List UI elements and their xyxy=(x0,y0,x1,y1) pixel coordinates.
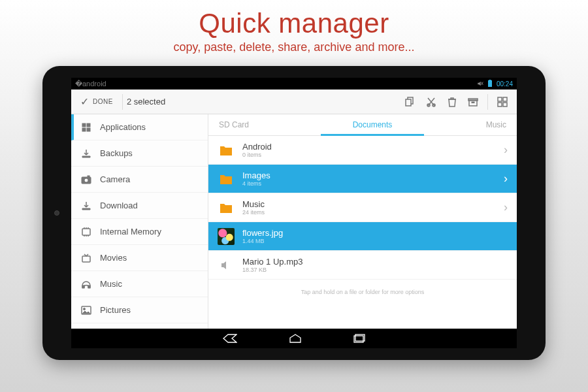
sidebar-item-download[interactable]: Download xyxy=(71,193,208,219)
chevron-right-icon: › xyxy=(504,201,508,214)
nav-back-button[interactable] xyxy=(223,334,237,343)
row-name: Android xyxy=(242,142,496,152)
hero-subtitle: copy, paste, delete, share, archive and … xyxy=(174,41,415,54)
row-sub: 18.37 KB xyxy=(242,267,508,273)
sidebar-item-pictures[interactable]: Pictures xyxy=(71,297,208,323)
row-name: Images xyxy=(242,171,496,180)
image-thumbnail xyxy=(218,228,235,245)
android-status-bar: �android 00:24 xyxy=(71,78,517,90)
download-icon xyxy=(80,148,92,159)
check-icon: ✓ xyxy=(80,95,89,108)
tab-documents[interactable]: Documents xyxy=(280,114,465,135)
copy-button[interactable] xyxy=(400,91,421,112)
mute-icon xyxy=(477,80,483,87)
row-sub: 4 items xyxy=(242,180,496,187)
chevron-right-icon: › xyxy=(504,172,508,186)
folder-icon xyxy=(218,171,235,188)
selection-count: 2 selected xyxy=(127,97,165,106)
svg-rect-26 xyxy=(488,80,492,87)
debug-icon: �android xyxy=(75,80,106,88)
sidebar-item-internal-memory[interactable]: Internal Memory xyxy=(71,219,208,245)
tablet-frame: �android 00:24 ✓ DONE 2 selected xyxy=(42,66,546,360)
folder-icon xyxy=(218,199,235,216)
grid-icon xyxy=(80,122,92,133)
done-label: DONE xyxy=(93,98,113,105)
tab-sdcard[interactable]: SD Card xyxy=(208,114,280,135)
sidebar-item-applications[interactable]: Applications xyxy=(71,114,208,140)
action-bar: ✓ DONE 2 selected xyxy=(71,90,517,114)
sidebar-item-label: Movies xyxy=(100,253,127,263)
sidebar-item-label: Internal Memory xyxy=(100,227,161,237)
row-sub: 0 items xyxy=(242,152,496,158)
clock: 00:24 xyxy=(497,80,513,88)
row-name: Music xyxy=(242,199,496,209)
file-row[interactable]: Mario 1 Up.mp318.37 KB xyxy=(208,251,517,280)
archive-button[interactable] xyxy=(463,91,483,112)
path-tabs: SD Card Documents Music xyxy=(208,114,517,136)
file-row[interactable]: flowers.jpg1.44 MB xyxy=(208,222,517,251)
screen: �android 00:24 ✓ DONE 2 selected xyxy=(71,78,517,348)
sidebar[interactable]: ApplicationsBackupsCameraDownloadInterna… xyxy=(71,114,208,329)
memory-icon xyxy=(80,227,92,237)
divider xyxy=(487,94,488,110)
sidebar-item-label: Backups xyxy=(100,148,133,158)
nav-recents-button[interactable] xyxy=(353,334,365,343)
sidebar-item-label: Music xyxy=(100,279,122,289)
image-icon xyxy=(218,228,235,245)
image-icon xyxy=(80,305,92,316)
folder-row[interactable]: Images4 items› xyxy=(208,165,517,193)
list-hint: Tap and hold on a file or folder for mor… xyxy=(208,280,517,304)
divider xyxy=(122,94,123,110)
sidebar-item-backups[interactable]: Backups xyxy=(71,140,208,167)
tab-music[interactable]: Music xyxy=(465,114,517,135)
download-icon xyxy=(80,201,92,211)
tablet-camera xyxy=(54,210,59,216)
nav-home-button[interactable] xyxy=(289,334,301,343)
folder-icon xyxy=(218,142,235,159)
android-nav-bar xyxy=(71,329,517,348)
delete-button[interactable] xyxy=(442,91,463,112)
sidebar-item-movies[interactable]: Movies xyxy=(71,245,208,271)
tv-icon xyxy=(80,253,92,263)
done-button[interactable]: ✓ DONE xyxy=(75,90,118,114)
camera-icon xyxy=(80,174,92,185)
sidebar-item-camera[interactable]: Camera xyxy=(71,167,208,193)
row-sub: 1.44 MB xyxy=(242,238,508,244)
cut-button[interactable] xyxy=(421,91,442,112)
battery-icon xyxy=(487,80,493,88)
folder-row[interactable]: Android0 items› xyxy=(208,136,517,165)
audio-icon xyxy=(218,257,235,274)
sidebar-item-sd-card[interactable]: SD Card11.10 GB free of 11.94 GB xyxy=(71,323,208,329)
svg-rect-27 xyxy=(489,80,491,81)
row-sub: 24 items xyxy=(242,209,496,216)
row-name: Mario 1 Up.mp3 xyxy=(242,257,508,267)
headphones-icon xyxy=(80,279,92,289)
sidebar-item-label: Camera xyxy=(100,174,130,184)
main-panel: SD Card Documents Music Android0 items›I… xyxy=(208,114,517,329)
sidebar-item-label: Applications xyxy=(100,122,146,132)
sidebar-item-label: Download xyxy=(100,201,138,210)
folder-row[interactable]: Music24 items› xyxy=(208,193,517,222)
sidebar-item-music[interactable]: Music xyxy=(71,271,208,297)
view-toggle-button[interactable] xyxy=(492,91,513,112)
sidebar-item-label: Pictures xyxy=(100,305,131,315)
chevron-right-icon: › xyxy=(504,143,508,157)
hero-title: Quick manager xyxy=(174,8,415,39)
file-list[interactable]: Android0 items›Images4 items›Music24 ite… xyxy=(208,136,517,329)
row-name: flowers.jpg xyxy=(242,228,508,238)
